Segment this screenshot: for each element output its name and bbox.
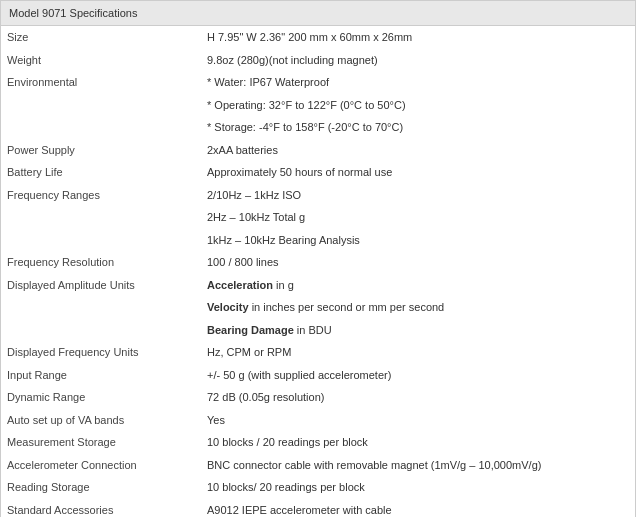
spec-value: Bearing Damage in BDU <box>201 319 635 342</box>
table-row: Bearing Damage in BDU <box>1 319 635 342</box>
spec-value: 72 dB (0.05g resolution) <box>201 386 635 409</box>
spec-value: 10 blocks/ 20 readings per block <box>201 476 635 499</box>
spec-label: Reading Storage <box>1 476 201 499</box>
spec-value: +/- 50 g (with supplied accelerometer) <box>201 364 635 387</box>
table-row: Battery LifeApproximately 50 hours of no… <box>1 161 635 184</box>
title-bar: Model 9071 Specifications <box>1 1 635 26</box>
spec-value: 2/10Hz – 1kHz ISO <box>201 184 635 207</box>
spec-value: 2xAA batteries <box>201 139 635 162</box>
table-row: Dynamic Range72 dB (0.05g resolution) <box>1 386 635 409</box>
spec-value: Hz, CPM or RPM <box>201 341 635 364</box>
table-row: Input Range+/- 50 g (with supplied accel… <box>1 364 635 387</box>
spec-value: Velocity in inches per second or mm per … <box>201 296 635 319</box>
table-row: Measurement Storage10 blocks / 20 readin… <box>1 431 635 454</box>
spec-label: Displayed Amplitude Units <box>1 274 201 297</box>
spec-label: Weight <box>1 49 201 72</box>
specs-container: Model 9071 Specifications SizeH 7.95" W … <box>0 0 636 517</box>
spec-label: Size <box>1 26 201 49</box>
spec-value: Approximately 50 hours of normal use <box>201 161 635 184</box>
spec-value: 2Hz – 10kHz Total g <box>201 206 635 229</box>
table-row: Power Supply2xAA batteries <box>1 139 635 162</box>
spec-value: 9.8oz (280g)(not including magnet) <box>201 49 635 72</box>
table-row: Weight9.8oz (280g)(not including magnet) <box>1 49 635 72</box>
specs-table: SizeH 7.95" W 2.36" 200 mm x 60mm x 26mm… <box>1 26 635 517</box>
spec-label <box>1 296 201 319</box>
spec-value: 10 blocks / 20 readings per block <box>201 431 635 454</box>
spec-label <box>1 206 201 229</box>
spec-label: Auto set up of VA bands <box>1 409 201 432</box>
table-row: Auto set up of VA bandsYes <box>1 409 635 432</box>
table-row: 2Hz – 10kHz Total g <box>1 206 635 229</box>
spec-label: Standard Accessories <box>1 499 201 518</box>
spec-value: H 7.95" W 2.36" 200 mm x 60mm x 26mm <box>201 26 635 49</box>
table-row: Standard AccessoriesA9012 IEPE accelerom… <box>1 499 635 518</box>
table-row: 1kHz – 10kHz Bearing Analysis <box>1 229 635 252</box>
page-title: Model 9071 Specifications <box>9 7 137 19</box>
table-row: Velocity in inches per second or mm per … <box>1 296 635 319</box>
spec-label: Dynamic Range <box>1 386 201 409</box>
table-row: Displayed Frequency UnitsHz, CPM or RPM <box>1 341 635 364</box>
spec-value: * Operating: 32°F to 122°F (0°C to 50°C) <box>201 94 635 117</box>
spec-label: Power Supply <box>1 139 201 162</box>
spec-label: Battery Life <box>1 161 201 184</box>
table-row: Accelerometer ConnectionBNC connector ca… <box>1 454 635 477</box>
spec-label: Frequency Resolution <box>1 251 201 274</box>
spec-value: 100 / 800 lines <box>201 251 635 274</box>
spec-label: Input Range <box>1 364 201 387</box>
table-row: Environmental* Water: IP67 Waterproof <box>1 71 635 94</box>
table-row: * Operating: 32°F to 122°F (0°C to 50°C) <box>1 94 635 117</box>
spec-value: BNC connector cable with removable magne… <box>201 454 635 477</box>
spec-label: Accelerometer Connection <box>1 454 201 477</box>
spec-label <box>1 94 201 117</box>
spec-label: Displayed Frequency Units <box>1 341 201 364</box>
spec-label <box>1 319 201 342</box>
spec-value: Acceleration in g <box>201 274 635 297</box>
spec-value: * Water: IP67 Waterproof <box>201 71 635 94</box>
table-row: Displayed Amplitude UnitsAcceleration in… <box>1 274 635 297</box>
table-row: Frequency Ranges2/10Hz – 1kHz ISO <box>1 184 635 207</box>
spec-value: Yes <box>201 409 635 432</box>
spec-label: Measurement Storage <box>1 431 201 454</box>
spec-value: A9012 IEPE accelerometer with cable <box>201 499 635 518</box>
spec-value: * Storage: -4°F to 158°F (-20°C to 70°C) <box>201 116 635 139</box>
table-row: Reading Storage10 blocks/ 20 readings pe… <box>1 476 635 499</box>
table-row: Frequency Resolution100 / 800 lines <box>1 251 635 274</box>
table-row: * Storage: -4°F to 158°F (-20°C to 70°C) <box>1 116 635 139</box>
table-row: SizeH 7.95" W 2.36" 200 mm x 60mm x 26mm <box>1 26 635 49</box>
spec-value: 1kHz – 10kHz Bearing Analysis <box>201 229 635 252</box>
spec-label: Environmental <box>1 71 201 94</box>
spec-label <box>1 229 201 252</box>
spec-label: Frequency Ranges <box>1 184 201 207</box>
spec-label <box>1 116 201 139</box>
